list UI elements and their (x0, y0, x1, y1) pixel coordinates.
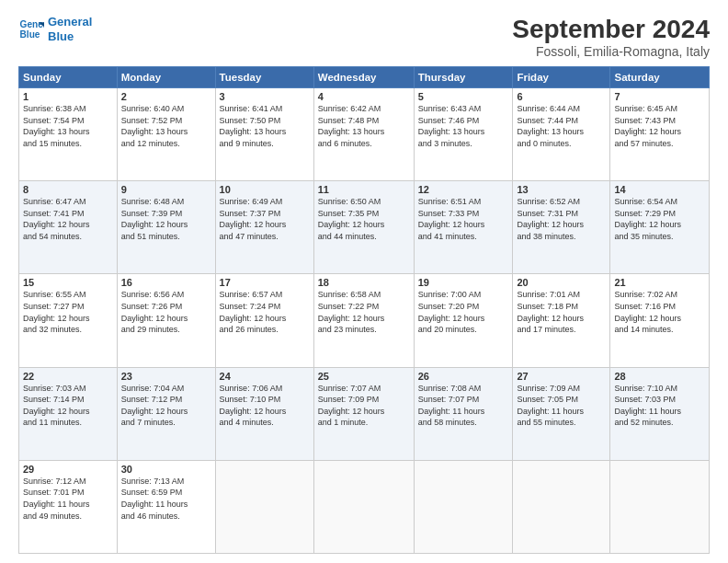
day-info: Sunrise: 7:12 AMSunset: 7:01 PMDaylight:… (23, 476, 113, 522)
day-number: 3 (220, 91, 310, 102)
day-number: 19 (418, 277, 509, 288)
title-block: September 2024 Fossoli, Emilia-Romagna, … (512, 15, 710, 59)
calendar-cell: 16Sunrise: 6:56 AMSunset: 7:26 PMDayligh… (117, 274, 215, 367)
calendar-cell: 8Sunrise: 6:47 AMSunset: 7:41 PMDaylight… (19, 181, 118, 274)
calendar-cell (513, 460, 610, 553)
day-info: Sunrise: 6:57 AMSunset: 7:24 PMDaylight:… (220, 289, 310, 335)
calendar-cell: 19Sunrise: 7:00 AMSunset: 7:20 PMDayligh… (414, 274, 513, 367)
dow-tuesday: Tuesday (215, 67, 313, 88)
dow-wednesday: Wednesday (313, 67, 414, 88)
day-number: 24 (220, 371, 310, 382)
day-info: Sunrise: 7:00 AMSunset: 7:20 PMDaylight:… (418, 289, 509, 335)
day-info: Sunrise: 6:43 AMSunset: 7:46 PMDaylight:… (418, 103, 509, 149)
day-number: 23 (121, 371, 211, 382)
calendar-cell: 14Sunrise: 6:54 AMSunset: 7:29 PMDayligh… (610, 181, 710, 274)
day-info: Sunrise: 7:08 AMSunset: 7:07 PMDaylight:… (418, 383, 509, 429)
day-info: Sunrise: 7:09 AMSunset: 7:05 PMDaylight:… (517, 383, 606, 429)
day-number: 20 (517, 277, 606, 288)
day-number: 13 (517, 184, 606, 195)
day-number: 4 (318, 91, 410, 102)
calendar-body: 1Sunrise: 6:38 AMSunset: 7:54 PMDaylight… (19, 88, 710, 554)
day-info: Sunrise: 7:13 AMSunset: 6:59 PMDaylight:… (121, 476, 211, 522)
dow-friday: Friday (513, 67, 610, 88)
day-info: Sunrise: 6:55 AMSunset: 7:27 PMDaylight:… (23, 289, 113, 335)
calendar-cell: 3Sunrise: 6:41 AMSunset: 7:50 PMDaylight… (215, 88, 313, 181)
day-info: Sunrise: 6:52 AMSunset: 7:31 PMDaylight:… (517, 196, 606, 242)
calendar-cell: 2Sunrise: 6:40 AMSunset: 7:52 PMDaylight… (117, 88, 215, 181)
week-row-4: 22Sunrise: 7:03 AMSunset: 7:14 PMDayligh… (19, 367, 710, 460)
day-number: 7 (614, 91, 705, 102)
day-number: 8 (23, 184, 113, 195)
day-number: 18 (318, 277, 410, 288)
day-info: Sunrise: 7:04 AMSunset: 7:12 PMDaylight:… (121, 383, 211, 429)
logo-icon: General Blue (18, 17, 44, 42)
day-number: 9 (121, 184, 211, 195)
dow-monday: Monday (117, 67, 215, 88)
calendar-cell: 13Sunrise: 6:52 AMSunset: 7:31 PMDayligh… (513, 181, 610, 274)
day-info: Sunrise: 7:06 AMSunset: 7:10 PMDaylight:… (220, 383, 310, 429)
day-info: Sunrise: 6:48 AMSunset: 7:39 PMDaylight:… (121, 196, 211, 242)
day-of-week-row: SundayMondayTuesdayWednesdayThursdayFrid… (19, 67, 710, 88)
day-number: 15 (23, 277, 113, 288)
day-info: Sunrise: 7:01 AMSunset: 7:18 PMDaylight:… (517, 289, 606, 335)
day-info: Sunrise: 6:50 AMSunset: 7:35 PMDaylight:… (318, 196, 410, 242)
week-row-2: 8Sunrise: 6:47 AMSunset: 7:41 PMDaylight… (19, 181, 710, 274)
logo-blue: Blue (48, 29, 92, 44)
calendar-cell: 30Sunrise: 7:13 AMSunset: 6:59 PMDayligh… (117, 460, 215, 553)
day-number: 16 (121, 277, 211, 288)
calendar-cell: 15Sunrise: 6:55 AMSunset: 7:27 PMDayligh… (19, 274, 118, 367)
day-info: Sunrise: 6:38 AMSunset: 7:54 PMDaylight:… (23, 103, 113, 149)
day-info: Sunrise: 6:56 AMSunset: 7:26 PMDaylight:… (121, 289, 211, 335)
day-info: Sunrise: 6:42 AMSunset: 7:48 PMDaylight:… (318, 103, 410, 149)
calendar-cell: 20Sunrise: 7:01 AMSunset: 7:18 PMDayligh… (513, 274, 610, 367)
page: General Blue General Blue September 2024… (0, 0, 728, 563)
day-info: Sunrise: 6:58 AMSunset: 7:22 PMDaylight:… (318, 289, 410, 335)
calendar-cell (215, 460, 313, 553)
day-info: Sunrise: 7:03 AMSunset: 7:14 PMDaylight:… (23, 383, 113, 429)
day-info: Sunrise: 7:02 AMSunset: 7:16 PMDaylight:… (614, 289, 705, 335)
day-number: 17 (220, 277, 310, 288)
day-info: Sunrise: 6:54 AMSunset: 7:29 PMDaylight:… (614, 196, 705, 242)
calendar-cell (414, 460, 513, 553)
day-info: Sunrise: 7:07 AMSunset: 7:09 PMDaylight:… (318, 383, 410, 429)
day-number: 14 (614, 184, 705, 195)
day-number: 27 (517, 371, 606, 382)
week-row-1: 1Sunrise: 6:38 AMSunset: 7:54 PMDaylight… (19, 88, 710, 181)
dow-sunday: Sunday (19, 67, 118, 88)
calendar-cell: 11Sunrise: 6:50 AMSunset: 7:35 PMDayligh… (313, 181, 414, 274)
main-title: September 2024 (512, 15, 710, 44)
calendar-cell: 6Sunrise: 6:44 AMSunset: 7:44 PMDaylight… (513, 88, 610, 181)
svg-text:Blue: Blue (20, 29, 40, 39)
week-row-3: 15Sunrise: 6:55 AMSunset: 7:27 PMDayligh… (19, 274, 710, 367)
day-number: 25 (318, 371, 410, 382)
day-number: 21 (614, 277, 705, 288)
calendar-cell: 7Sunrise: 6:45 AMSunset: 7:43 PMDaylight… (610, 88, 710, 181)
day-number: 22 (23, 371, 113, 382)
day-number: 12 (418, 184, 509, 195)
day-number: 28 (614, 371, 705, 382)
calendar-cell (610, 460, 710, 553)
calendar-cell: 1Sunrise: 6:38 AMSunset: 7:54 PMDaylight… (19, 88, 118, 181)
calendar-cell: 4Sunrise: 6:42 AMSunset: 7:48 PMDaylight… (313, 88, 414, 181)
calendar-cell: 26Sunrise: 7:08 AMSunset: 7:07 PMDayligh… (414, 367, 513, 460)
day-number: 10 (220, 184, 310, 195)
calendar-cell: 21Sunrise: 7:02 AMSunset: 7:16 PMDayligh… (610, 274, 710, 367)
day-number: 6 (517, 91, 606, 102)
calendar-cell (313, 460, 414, 553)
logo: General Blue General Blue (18, 15, 92, 43)
dow-saturday: Saturday (610, 67, 710, 88)
calendar-cell: 23Sunrise: 7:04 AMSunset: 7:12 PMDayligh… (117, 367, 215, 460)
calendar-cell: 29Sunrise: 7:12 AMSunset: 7:01 PMDayligh… (19, 460, 118, 553)
day-info: Sunrise: 6:51 AMSunset: 7:33 PMDaylight:… (418, 196, 509, 242)
logo-general: General (48, 15, 92, 29)
day-info: Sunrise: 6:47 AMSunset: 7:41 PMDaylight:… (23, 196, 113, 242)
calendar-cell: 5Sunrise: 6:43 AMSunset: 7:46 PMDaylight… (414, 88, 513, 181)
calendar-cell: 22Sunrise: 7:03 AMSunset: 7:14 PMDayligh… (19, 367, 118, 460)
day-info: Sunrise: 6:40 AMSunset: 7:52 PMDaylight:… (121, 103, 211, 149)
day-number: 5 (418, 91, 509, 102)
calendar-cell: 24Sunrise: 7:06 AMSunset: 7:10 PMDayligh… (215, 367, 313, 460)
day-number: 11 (318, 184, 410, 195)
calendar-cell: 9Sunrise: 6:48 AMSunset: 7:39 PMDaylight… (117, 181, 215, 274)
calendar-cell: 27Sunrise: 7:09 AMSunset: 7:05 PMDayligh… (513, 367, 610, 460)
calendar-cell: 18Sunrise: 6:58 AMSunset: 7:22 PMDayligh… (313, 274, 414, 367)
